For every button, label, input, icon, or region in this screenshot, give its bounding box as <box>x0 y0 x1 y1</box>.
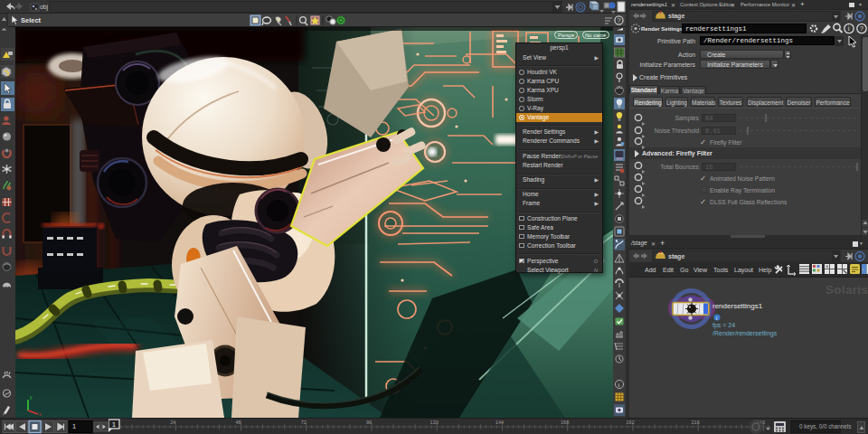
svg-text:?: ? <box>860 24 863 33</box>
svg-text:1: 1 <box>112 421 116 428</box>
svg-text:144: 144 <box>495 420 504 425</box>
svg-text:192: 192 <box>626 420 634 425</box>
svg-text:120: 120 <box>430 420 439 425</box>
svg-text:96: 96 <box>366 420 372 425</box>
svg-text:48: 48 <box>235 420 241 425</box>
svg-text:?: ? <box>618 16 621 24</box>
svg-text:168: 168 <box>561 420 569 425</box>
svg-text:24: 24 <box>170 420 175 425</box>
svg-text:216: 216 <box>692 420 700 425</box>
svg-text:i: i <box>848 24 851 33</box>
svg-text:72: 72 <box>301 420 307 425</box>
svg-text:i: i <box>618 382 620 389</box>
